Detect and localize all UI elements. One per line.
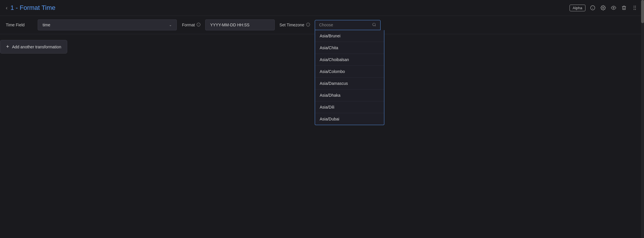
header-left: ‹ 1 - Format Time bbox=[6, 4, 55, 12]
format-label-text: Format bbox=[182, 23, 195, 27]
add-transformation-button[interactable]: + Add another transformation bbox=[0, 40, 67, 54]
main-container: ‹ 1 - Format Time Alpha bbox=[0, 0, 644, 238]
page-scrollbar[interactable] bbox=[641, 0, 644, 238]
drag-button[interactable] bbox=[631, 4, 638, 11]
svg-point-4 bbox=[613, 7, 614, 9]
time-field-select[interactable]: time ⌄ bbox=[38, 19, 177, 30]
format-info-icon[interactable] bbox=[197, 23, 201, 28]
timezone-option-colombo[interactable]: Asia/Colombo bbox=[315, 66, 384, 78]
page-scrollbar-thumb[interactable] bbox=[641, 0, 644, 23]
page-title: 1 - Format Time bbox=[10, 4, 55, 12]
search-icon bbox=[372, 23, 376, 28]
timezone-label-container: Set Timezone bbox=[275, 20, 315, 30]
timezone-option-dhaka[interactable]: Asia/Dhaka bbox=[315, 89, 384, 101]
svg-point-9 bbox=[634, 9, 634, 10]
timezone-dropdown-wrapper: Asia/Brunei Asia/Chita Asia/Choibalsan A… bbox=[315, 20, 381, 30]
svg-point-6 bbox=[635, 6, 636, 7]
add-transformation-label: Add another transformation bbox=[12, 45, 61, 49]
timezone-option-damascus[interactable]: Asia/Damascus bbox=[315, 78, 384, 89]
collapse-button[interactable]: ‹ bbox=[6, 5, 8, 11]
timezone-option-chita[interactable]: Asia/Chita bbox=[315, 42, 384, 54]
svg-point-10 bbox=[635, 9, 636, 10]
controls-row: Time Field time ⌄ Format Set Timezone bbox=[0, 16, 644, 34]
info-button[interactable] bbox=[590, 5, 596, 11]
timezone-list: Asia/Brunei Asia/Chita Asia/Choibalsan A… bbox=[315, 30, 384, 125]
alpha-badge: Alpha bbox=[570, 5, 585, 11]
timezone-label-text: Set Timezone bbox=[279, 23, 304, 27]
svg-point-8 bbox=[635, 8, 636, 8]
format-input[interactable] bbox=[205, 19, 275, 30]
chevron-down-icon: ⌄ bbox=[169, 23, 172, 27]
format-label-container: Format bbox=[177, 20, 205, 30]
header-row: ‹ 1 - Format Time Alpha bbox=[0, 0, 644, 16]
timezone-option-dubai[interactable]: Asia/Dubai bbox=[315, 113, 384, 125]
svg-point-3 bbox=[603, 7, 604, 9]
time-field-label: Time Field bbox=[0, 20, 38, 30]
plus-icon: + bbox=[6, 44, 9, 50]
eye-button[interactable] bbox=[610, 5, 617, 11]
trash-button[interactable] bbox=[621, 5, 627, 11]
timezone-option-brunei[interactable]: Asia/Brunei bbox=[315, 30, 384, 42]
timezone-search-box[interactable] bbox=[315, 20, 381, 30]
header-right: Alpha bbox=[570, 4, 638, 11]
timezone-search-input[interactable] bbox=[319, 23, 370, 27]
svg-point-17 bbox=[373, 23, 375, 25]
timezone-option-choibalsan[interactable]: Asia/Choibalsan bbox=[315, 54, 384, 66]
timezone-option-dili[interactable]: Asia/Dili bbox=[315, 101, 384, 113]
svg-point-7 bbox=[634, 8, 634, 8]
svg-line-18 bbox=[375, 25, 376, 26]
timezone-info-icon[interactable] bbox=[306, 23, 310, 28]
time-field-value: time bbox=[43, 23, 167, 27]
settings-button[interactable] bbox=[600, 5, 606, 11]
svg-point-5 bbox=[634, 6, 634, 7]
